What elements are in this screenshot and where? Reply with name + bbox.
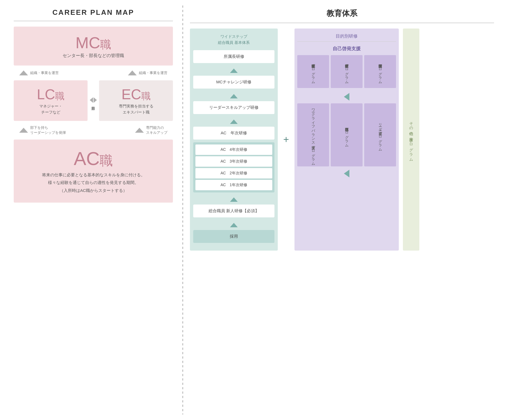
training-ac-3: AC 3年次研修	[195, 156, 272, 167]
training-recruitment: 採用	[193, 230, 274, 243]
mc-shoku: 職	[100, 38, 111, 50]
chevron-icon-1	[230, 69, 238, 73]
chevron-down-3	[230, 118, 238, 126]
training-shozokucho: 所属長研修	[193, 50, 274, 63]
chevron-icon-4	[230, 197, 238, 202]
vertical-divider	[183, 5, 183, 415]
arrow-label-left-2: 部下を持ち リーダーシップを発揮	[19, 125, 66, 135]
ec-box: EC職 専門実務を担当する エキスパート職	[99, 80, 173, 121]
ac-text: 将来の仕事に必要となる基本的なスキルを身に付ける。 様々な経験を通じて自らの適性…	[19, 171, 167, 195]
arrow-left-block-1	[297, 93, 396, 101]
training-mc-challenge: MCチャレンジ研修	[193, 76, 274, 89]
ec-letters: EC	[121, 86, 141, 102]
purpose-title: 目的別研修	[297, 33, 396, 39]
arrow-row-2: 部下を持ち リーダーシップを発揮 専門能力の スキルアップ	[14, 124, 173, 137]
ac-letters: AC	[74, 148, 100, 169]
arr-left-big-2	[344, 170, 349, 177]
ec-title: EC職	[103, 87, 169, 101]
other-support-text: その他の支援プログラム	[409, 119, 414, 160]
purpose-training-column: 目的別研修 自己啓発支援 生協理解支援プログラム 社会理解支援プログラム 能力開…	[294, 29, 399, 251]
right-content: ワイドステップ 総合職員 基本体系 所属長研修 MCチャレンジ研修	[190, 29, 494, 251]
mc-subtitle: センター長・部長などの管理職	[19, 53, 167, 59]
arrow-left-block-2	[297, 170, 396, 177]
chevron-down-2	[230, 92, 238, 100]
lc-box: LC職 マネジャー・ チーフなど	[14, 80, 88, 121]
self-dev-row: 生協理解支援プログラム 社会理解支援プログラム 能力開発支援プログラム	[297, 55, 396, 88]
leader-item-3: リーダー育成プログラム	[364, 103, 396, 166]
self-dev-item-1: 生協理解支援プログラム	[297, 55, 329, 88]
self-dev-item-2: 社会理解支援プログラム	[331, 55, 363, 88]
lc-shoku: 職	[55, 91, 64, 101]
chevron-down-1	[230, 67, 238, 75]
mc-letters: MC	[75, 34, 100, 52]
leader-row: ワークライフバランス支援プログラム 職務適応プログラム リーダー育成プログラム	[297, 103, 396, 166]
training-ac-1: AC 1年次研修	[195, 180, 272, 190]
leader-item-2: 職務適応プログラム	[331, 103, 363, 166]
ac-title: AC職	[19, 149, 167, 168]
arrow-text-right-2b: スキルアップ	[146, 130, 167, 135]
ac-box: AC職 将来の仕事に必要となる基本的なスキルを身に付ける。 様々な経験を通じて自…	[14, 140, 173, 203]
ac-inner-group: AC 4年次研修 AC 3年次研修 AC 2年次研修 AC 1年次研修	[193, 142, 274, 192]
chevron-up-right-1	[128, 70, 137, 75]
arrow-text-right-2a: 専門能力の	[146, 125, 167, 130]
chevron-icon-2	[230, 94, 238, 98]
arrow-label-right-2: 専門能力の スキルアップ	[135, 125, 167, 135]
training-ac-annual: AC 年次研修	[193, 127, 274, 140]
left-title: CAREER PLAN MAP	[14, 8, 173, 21]
arr-left-icon	[90, 97, 93, 103]
lc-subtitle: マネジャー・ チーフなど	[18, 103, 83, 115]
lc-ec-row: LC職 マネジャー・ チーフなど 部署異動 EC職 専門実務	[14, 80, 173, 121]
education-system: 教育体系 ワイドステップ 総合職員 基本体系 所属長研修 MCチャレンジ研修	[187, 5, 497, 415]
career-plan-map: CAREER PLAN MAP MC職 センター長・部長などの管理職 組織・事業…	[8, 5, 178, 415]
arrow-text-right-1: 組織・事業を運営	[139, 70, 167, 75]
self-dev-title: 自己啓発支援	[297, 46, 396, 52]
mc-box: MC職 センター長・部長などの管理職	[14, 27, 173, 66]
purpose-divider	[297, 41, 396, 42]
leader-item-1: ワークライフバランス支援プログラム	[297, 103, 329, 166]
other-support-column: その他の支援プログラム	[403, 29, 419, 251]
self-dev-item-3: 能力開発支援プログラム	[364, 55, 396, 88]
mc-title: MC職	[19, 35, 167, 51]
training-ac-2: AC 2年次研修	[195, 168, 272, 178]
plus-sign: +	[283, 134, 289, 145]
chevron-down-4	[230, 196, 238, 203]
training-ac-4: AC 4年次研修	[195, 144, 272, 155]
transfer-middle: 部署異動	[88, 80, 99, 121]
ac-shoku: 職	[100, 153, 113, 168]
arrow-text-left-2b: リーダーシップを発揮	[30, 130, 66, 135]
chevron-down-5	[230, 221, 238, 229]
arrow-label-left-1: 組織・事業を運営	[19, 70, 59, 75]
ec-subtitle: 専門実務を担当する エキスパート職	[103, 103, 169, 115]
chevron-up-left-1	[19, 70, 28, 75]
lc-letters: LC	[37, 86, 55, 102]
arrow-row-1: 組織・事業を運営 組織・事業を運営	[14, 68, 173, 78]
wide-step-column: ワイドステップ 総合職員 基本体系 所属長研修 MCチャレンジ研修	[190, 29, 278, 251]
chevron-up-left-2	[19, 128, 28, 133]
training-leader-skillup: リーダースキルアップ研修	[193, 101, 274, 114]
wide-step-title: ワイドステップ 総合職員 基本体系	[218, 33, 250, 46]
chevron-icon-3	[230, 120, 238, 124]
training-new-employee: 総合職員 新人研修【必須】	[193, 205, 274, 217]
arrow-label-right-1: 組織・事業を運営	[128, 70, 167, 75]
transfer-arrows	[90, 97, 97, 103]
ec-shoku: 職	[141, 91, 151, 101]
arrow-text-left-1: 組織・事業を運営	[30, 70, 59, 75]
arr-right-icon	[94, 97, 97, 103]
arr-left-big-1	[344, 93, 349, 101]
lc-title: LC職	[18, 87, 83, 101]
arrow-text-left-2a: 部下を持ち	[30, 125, 66, 130]
plus-container: +	[282, 29, 290, 251]
right-title: 教育体系	[190, 8, 494, 23]
chevron-icon-5	[230, 223, 238, 227]
chevron-up-right-2	[135, 128, 144, 133]
